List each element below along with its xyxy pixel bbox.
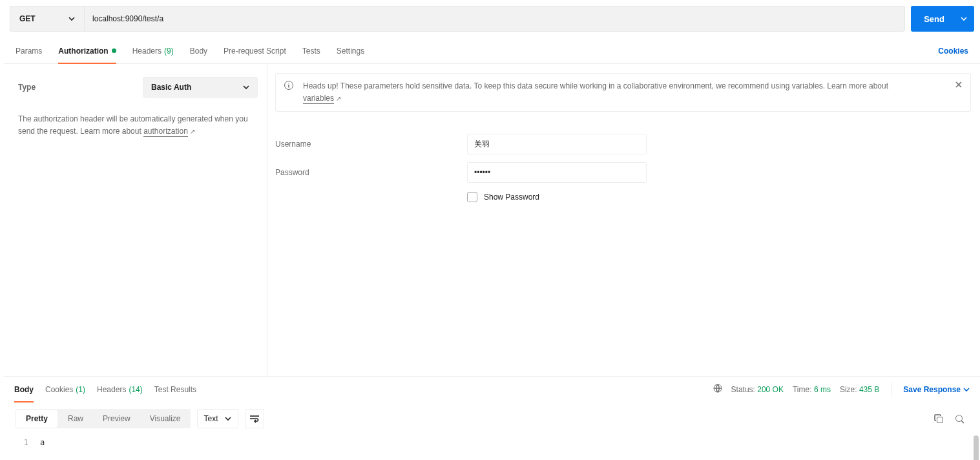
response-meta: Status: 200 OK Time: 6 ms Size: 435 B (713, 384, 880, 395)
response-tab-headers[interactable]: Headers(14) (97, 377, 143, 402)
scrollbar-thumb[interactable] (974, 435, 979, 460)
chevron-down-icon (68, 16, 75, 22)
authorization-help-link[interactable]: authorization (143, 127, 188, 137)
response-body[interactable]: 1 a (4, 435, 980, 460)
http-method-value: GET (19, 14, 36, 23)
view-pretty[interactable]: Pretty (16, 409, 58, 428)
show-password-checkbox[interactable] (467, 192, 477, 202)
close-icon (955, 81, 963, 89)
url-input[interactable] (85, 6, 904, 31)
authorization-panel: Type Basic Auth The authorization header… (4, 64, 980, 376)
http-method-select[interactable]: GET (10, 6, 85, 31)
response-tab-cookies[interactable]: Cookies(1) (45, 377, 85, 402)
username-label: Username (275, 140, 467, 149)
chevron-down-icon (243, 84, 249, 90)
password-label: Password (275, 168, 467, 177)
variables-help-link[interactable]: variables (303, 94, 334, 104)
line-wrap-button[interactable] (245, 409, 264, 428)
request-tabs: Params Authorization Headers(9) Body Pre… (4, 38, 980, 64)
auth-active-dot-icon (112, 48, 116, 53)
search-response-button[interactable] (949, 408, 970, 429)
send-button[interactable]: Send (911, 6, 957, 32)
line-wrap-icon (249, 414, 260, 423)
view-raw[interactable]: Raw (58, 409, 93, 428)
response-view-group: Pretty Raw Preview Visualize (16, 409, 191, 428)
response-tab-test-results[interactable]: Test Results (154, 377, 196, 402)
sensitive-data-alert: Heads up! These parameters hold sensitiv… (275, 73, 971, 112)
chevron-down-icon (961, 16, 967, 22)
cookies-link[interactable]: Cookies (938, 47, 968, 56)
external-link-icon: ↗ (336, 95, 341, 102)
send-button-group: Send (911, 6, 974, 32)
auth-right-panel: Heads up! These parameters hold sensitiv… (267, 64, 980, 376)
tab-authorization[interactable]: Authorization (58, 38, 116, 63)
tab-tests[interactable]: Tests (302, 38, 320, 63)
code-line: 1 a (14, 438, 970, 447)
show-password-label: Show Password (484, 193, 539, 202)
view-preview[interactable]: Preview (93, 409, 140, 428)
search-icon (955, 414, 964, 424)
svg-rect-2 (937, 417, 943, 423)
auth-type-select[interactable]: Basic Auth (143, 77, 258, 98)
close-alert-button[interactable] (955, 80, 963, 92)
request-box: GET (10, 6, 905, 32)
chevron-down-icon (225, 415, 231, 422)
tab-prerequest[interactable]: Pre-request Script (224, 38, 286, 63)
info-icon (284, 80, 294, 94)
line-number: 1 (14, 438, 40, 447)
size-block[interactable]: Size: 435 B (840, 385, 879, 394)
response-tabs: Body Cookies(1) Headers(14) Test Results… (4, 376, 980, 402)
response-tab-body[interactable]: Body (14, 377, 34, 402)
save-response-button[interactable]: Save Response (891, 382, 970, 397)
send-label: Send (924, 14, 944, 24)
request-bar: GET Send (4, 0, 980, 32)
svg-point-3 (955, 415, 962, 421)
password-input[interactable] (467, 162, 647, 183)
send-dropdown[interactable] (957, 6, 974, 32)
auth-left-panel: Type Basic Auth The authorization header… (4, 64, 267, 376)
auth-type-label: Type (18, 83, 36, 92)
copy-response-button[interactable] (928, 408, 949, 429)
status-block[interactable]: Status: 200 OK (731, 385, 784, 394)
tab-settings[interactable]: Settings (337, 38, 364, 63)
tab-body[interactable]: Body (190, 38, 207, 63)
response-language-select[interactable]: Text (197, 409, 238, 428)
username-input[interactable] (467, 134, 647, 154)
network-icon[interactable] (713, 384, 722, 395)
response-toolbar: Pretty Raw Preview Visualize Text (4, 402, 980, 435)
show-password-row: Show Password (275, 192, 971, 202)
external-link-icon: ↗ (190, 128, 195, 135)
tab-headers[interactable]: Headers(9) (132, 38, 174, 63)
time-block[interactable]: Time: 6 ms (793, 385, 831, 394)
password-row: Password (275, 158, 971, 187)
tab-params[interactable]: Params (16, 38, 42, 63)
copy-icon (934, 414, 944, 424)
auth-type-value: Basic Auth (151, 83, 191, 92)
line-text: a (40, 438, 45, 447)
chevron-down-icon (963, 386, 970, 393)
view-visualize[interactable]: Visualize (140, 409, 191, 428)
auth-description: The authorization header will be automat… (18, 113, 258, 138)
username-row: Username (275, 130, 971, 158)
